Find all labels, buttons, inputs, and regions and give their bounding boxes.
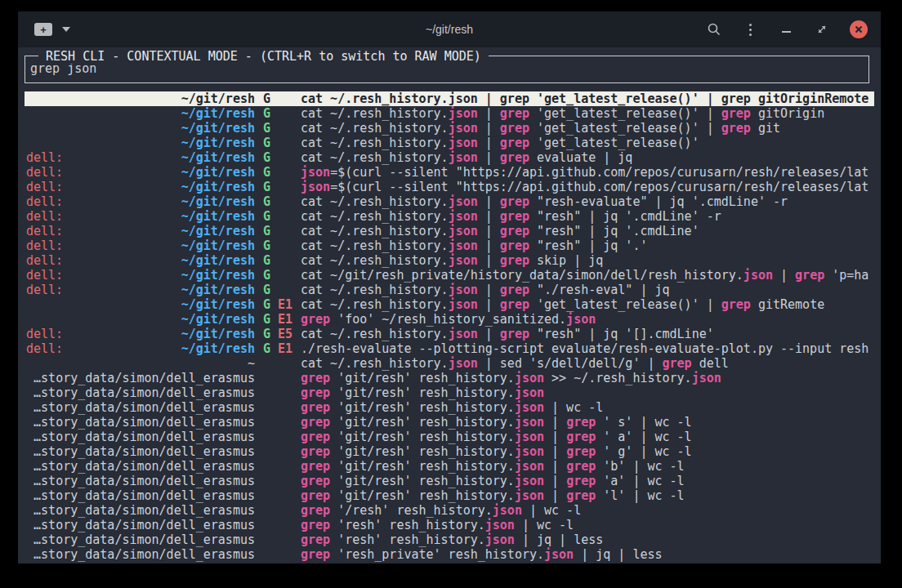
directory-label: ~/git/resh	[25, 327, 255, 341]
command-text: cat ~/.resh_history.json | grep "resh" |…	[301, 327, 714, 341]
history-row[interactable]: …story_data/simon/dell_erasmus grep 'res…	[25, 518, 874, 532]
command-text: ./resh-evaluate --plotting-script evalua…	[301, 341, 869, 356]
directory-label: …story_data/simon/dell_erasmus	[25, 532, 255, 547]
command-text: cat ~/.resh_history.json | grep 'get_lat…	[301, 136, 699, 150]
directory-label: ~/git/resh	[25, 150, 255, 165]
directory-label: …story_data/simon/dell_erasmus	[25, 371, 255, 385]
command-text: grep 'resh' resh_history.json | wc -l	[301, 518, 574, 532]
terminal-window: + ~/git/resh	[18, 11, 881, 564]
terminal-content: RESH CLI - CONTEXTUAL MODE - (CTRL+R to …	[18, 47, 881, 564]
command-text: grep 'git/resh' resh_history.json | grep…	[301, 430, 692, 444]
history-row[interactable]: …story_data/simon/dell_erasmus grep 'git…	[25, 488, 874, 503]
history-row[interactable]: ~/git/resh G cat ~/.resh_history.json | …	[25, 121, 874, 136]
history-row[interactable]: …story_data/simon/dell_erasmus grep 'git…	[25, 444, 874, 459]
status-flags: G	[263, 91, 278, 106]
status-flags: GE1	[263, 341, 292, 356]
history-row[interactable]: dell: ~/git/resh G cat ~/.resh_history.j…	[25, 283, 874, 297]
status-flags: G	[263, 209, 278, 224]
minimize-icon[interactable]	[778, 21, 794, 38]
command-text: cat ~/.resh_history.json | grep "resh-ev…	[301, 194, 788, 209]
status-flags: GE1	[263, 312, 292, 327]
directory-label: ~	[25, 356, 255, 371]
history-row[interactable]: dell: ~/git/resh G cat ~/.resh_history.j…	[25, 150, 874, 165]
search-icon[interactable]	[706, 21, 722, 38]
status-flags: G	[263, 283, 278, 297]
history-row[interactable]: dell: ~/git/resh G cat ~/.resh_history.j…	[25, 209, 874, 224]
directory-label: ~/git/resh	[25, 253, 255, 268]
directory-label: ~/git/resh	[25, 312, 255, 327]
directory-label: ~/git/resh	[25, 136, 255, 150]
history-row[interactable]: …story_data/simon/dell_erasmus grep 'git…	[25, 459, 874, 474]
history-row[interactable]: …story_data/simon/dell_erasmus grep 'git…	[25, 385, 874, 400]
history-row[interactable]: …story_data/simon/dell_erasmus grep 'git…	[25, 430, 874, 444]
directory-label: …story_data/simon/dell_erasmus	[25, 474, 255, 488]
directory-label: …story_data/simon/dell_erasmus	[25, 444, 255, 459]
status-flags: G	[263, 136, 278, 150]
command-text: grep 'git/resh' resh_history.json | grep…	[301, 415, 692, 430]
status-flags: GE1	[263, 297, 292, 312]
history-row[interactable]: …story_data/simon/dell_erasmus grep 'git…	[25, 415, 874, 430]
history-row[interactable]: ~/git/resh GE1 grep 'foo' ~/resh_history…	[25, 312, 874, 327]
directory-label: ~/git/resh	[25, 268, 255, 283]
history-row[interactable]: …story_data/simon/dell_erasmus grep 'res…	[25, 532, 874, 547]
command-text: cat ~/.resh_history.json | grep "resh" |…	[301, 209, 721, 224]
restore-icon[interactable]	[814, 21, 830, 38]
history-row[interactable]: …story_data/simon/dell_erasmus grep '/re…	[25, 503, 874, 518]
history-row[interactable]: ~/git/resh GE1 cat ~/.resh_history.json …	[25, 297, 874, 312]
history-row[interactable]: …story_data/simon/dell_erasmus grep 'res…	[25, 547, 874, 562]
command-text: grep 'resh_private' resh_history.json | …	[301, 547, 663, 562]
directory-label: …story_data/simon/dell_erasmus	[25, 430, 255, 444]
command-text: cat ~/.resh_history.json | grep "./resh-…	[301, 283, 670, 297]
history-row[interactable]: …story_data/simon/dell_erasmus grep 'git…	[25, 474, 874, 488]
titlebar-left-group: +	[34, 23, 70, 36]
command-text: cat ~/.resh_history.json | grep "resh" |…	[301, 224, 699, 238]
history-row[interactable]: dell: ~/git/resh G cat ~/.resh_history.j…	[25, 224, 874, 238]
command-text: grep 'git/resh' resh_history.json | grep…	[301, 459, 685, 474]
command-text: grep 'git/resh' resh_history.json | grep…	[301, 488, 685, 503]
directory-label: ~/git/resh	[25, 297, 255, 312]
directory-label: ~/git/resh	[25, 341, 255, 356]
menu-kebab-icon[interactable]	[742, 21, 758, 38]
command-text: cat ~/.resh_history.json | grep skip | j…	[301, 253, 603, 268]
command-text: grep 'git/resh' resh_history.json | wc -…	[301, 400, 603, 415]
history-row[interactable]: dell: ~/git/resh G json=$(curl --silent …	[25, 165, 874, 180]
history-row[interactable]: ~/git/resh G cat ~/.resh_history.json | …	[25, 136, 874, 150]
status-flags: G	[263, 268, 278, 283]
directory-label: ~/git/resh	[25, 180, 255, 194]
directory-label: ~/git/resh	[25, 194, 255, 209]
history-row[interactable]: dell: ~/git/resh G cat ~/.resh_history.j…	[25, 238, 874, 253]
status-flags: G	[263, 106, 278, 121]
new-tab-icon[interactable]: +	[34, 23, 52, 36]
history-row[interactable]: dell: ~/git/resh G cat ~/git/resh_privat…	[25, 268, 874, 283]
command-text: grep 'git/resh' resh_history.json | grep…	[301, 444, 692, 459]
status-flags: G	[263, 224, 278, 238]
history-row[interactable]: …story_data/simon/dell_erasmus grep 'git…	[25, 400, 874, 415]
command-text: cat ~/git/resh_private/history_data/simo…	[301, 268, 869, 283]
chevron-down-icon[interactable]	[62, 27, 70, 32]
history-list: ~/git/resh G cat ~/.resh_history.json | …	[25, 91, 874, 562]
command-text: grep 'resh' resh_history.json | jq | les…	[301, 532, 603, 547]
directory-label: ~/git/resh	[25, 106, 255, 121]
history-row[interactable]: dell: ~/git/resh G json=$(curl --silent …	[25, 180, 874, 194]
resh-search-box: RESH CLI - CONTEXTUAL MODE - (CTRL+R to …	[25, 56, 869, 83]
command-text: cat ~/.resh_history.json | grep "resh" |…	[301, 238, 647, 253]
history-row[interactable]: dell: ~/git/resh G cat ~/.resh_history.j…	[25, 194, 874, 209]
status-flags: G	[263, 194, 278, 209]
close-icon[interactable]	[850, 20, 868, 38]
command-text: grep 'foo' ~/resh_history_sanitized.json	[301, 312, 596, 327]
history-row[interactable]: dell: ~/git/resh GE5 cat ~/.resh_history…	[25, 327, 874, 341]
status-flags: G	[263, 253, 278, 268]
history-row[interactable]: dell: ~/git/resh GE1 ./resh-evaluate --p…	[25, 341, 874, 356]
directory-label: …story_data/simon/dell_erasmus	[25, 459, 255, 474]
history-row[interactable]: dell: ~/git/resh G cat ~/.resh_history.j…	[25, 253, 874, 268]
history-row[interactable]: ~ cat ~/.resh_history.json | sed 's/dell…	[25, 356, 874, 371]
status-flags: G	[263, 180, 278, 194]
directory-label: ~/git/resh	[25, 209, 255, 224]
directory-label: ~/git/resh	[25, 238, 255, 253]
history-row[interactable]: …story_data/simon/dell_erasmus grep 'git…	[25, 371, 874, 385]
history-row[interactable]: ~/git/resh G cat ~/.resh_history.json | …	[25, 91, 874, 106]
command-text: cat ~/.resh_history.json | grep 'get_lat…	[301, 121, 780, 136]
directory-label: ~/git/resh	[25, 165, 255, 180]
directory-label: …story_data/simon/dell_erasmus	[25, 518, 255, 532]
history-row[interactable]: ~/git/resh G cat ~/.resh_history.json | …	[25, 106, 874, 121]
